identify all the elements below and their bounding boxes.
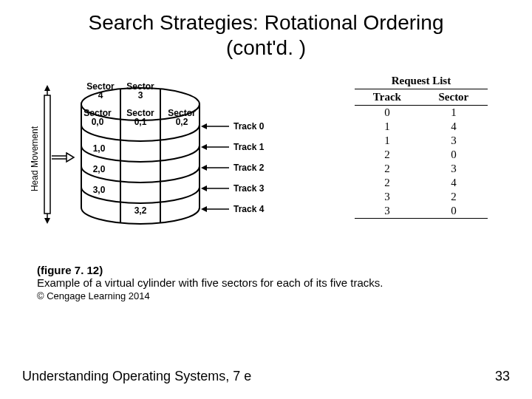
table-row: 24 bbox=[355, 176, 488, 190]
track3-label: Track 3 bbox=[233, 183, 265, 194]
arm-arrow-icon bbox=[66, 153, 74, 162]
table-row: 32 bbox=[355, 190, 488, 204]
row-10: 1,0 bbox=[93, 143, 106, 154]
table-row: 14 bbox=[355, 120, 488, 134]
track2-label: Track 2 bbox=[233, 163, 265, 173]
title-line1: Search Strategies: Rotational Ordering bbox=[89, 11, 444, 34]
content-row: Head Movement bbox=[0, 75, 532, 245]
sector00-label: Sector0,0 bbox=[83, 108, 112, 127]
slide-title: Search Strategies: Rotational Ordering (… bbox=[0, 0, 532, 60]
head-movement-label: Head Movement bbox=[30, 126, 40, 191]
arrow-left-icon bbox=[201, 165, 207, 171]
row-32: 3,2 bbox=[134, 205, 147, 216]
row-30: 3,0 bbox=[93, 185, 106, 195]
cylinder-svg: Sector4 Sector3 Sector0,0 Sector0,1 Sect… bbox=[22, 75, 303, 245]
row-20: 2,0 bbox=[93, 164, 106, 174]
table-row: 30 bbox=[355, 204, 488, 219]
arrow-left-icon bbox=[201, 144, 207, 150]
footer-book-title: Understanding Operating Systems, 7 e bbox=[22, 369, 251, 384]
slide-footer: Understanding Operating Systems, 7 e 33 bbox=[22, 369, 510, 384]
track4-label: Track 4 bbox=[233, 204, 265, 214]
request-list-table: Track Sector 01 14 13 20 23 24 32 30 bbox=[355, 89, 488, 219]
figure-desc: Example of a virtual cylinder with five … bbox=[37, 276, 383, 289]
track1-label: Track 1 bbox=[233, 142, 265, 152]
arrow-left-icon bbox=[201, 123, 207, 129]
col-track: Track bbox=[355, 89, 420, 106]
sector4-label: Sector4 bbox=[86, 81, 115, 100]
sector01-label: Sector0,1 bbox=[126, 108, 154, 127]
title-line2: (cont'd. ) bbox=[226, 36, 306, 59]
cylinder-figure: Head Movement bbox=[22, 75, 303, 245]
arrow-left-icon bbox=[201, 206, 207, 212]
copyright-text: © Cengage Learning 2014 bbox=[37, 290, 150, 301]
table-row: 20 bbox=[355, 148, 488, 162]
sector3-label: Sector3 bbox=[126, 81, 154, 100]
figure-label: (figure 7. 12) bbox=[37, 264, 103, 276]
table-row: 13 bbox=[355, 134, 488, 148]
arrow-up-icon bbox=[44, 85, 50, 91]
head-bar bbox=[44, 95, 50, 214]
request-list-title: Request List bbox=[332, 75, 510, 87]
table-row: 01 bbox=[355, 106, 488, 120]
col-sector: Sector bbox=[420, 89, 488, 106]
sector02-label: Sector0,2 bbox=[168, 108, 196, 127]
track0-label: Track 0 bbox=[233, 121, 265, 132]
arrow-left-icon bbox=[201, 185, 207, 191]
page-number: 33 bbox=[495, 369, 510, 384]
figure-caption: (figure 7. 12) Example of a virtual cyli… bbox=[37, 264, 495, 301]
track-pointers: Track 0 Track 1 Track 2 Track 3 Track 4 bbox=[201, 121, 265, 214]
table-row: 23 bbox=[355, 162, 488, 176]
arrow-down-icon bbox=[44, 218, 50, 224]
request-list-table-area: Request List Track Sector 01 14 13 20 23… bbox=[332, 75, 510, 219]
